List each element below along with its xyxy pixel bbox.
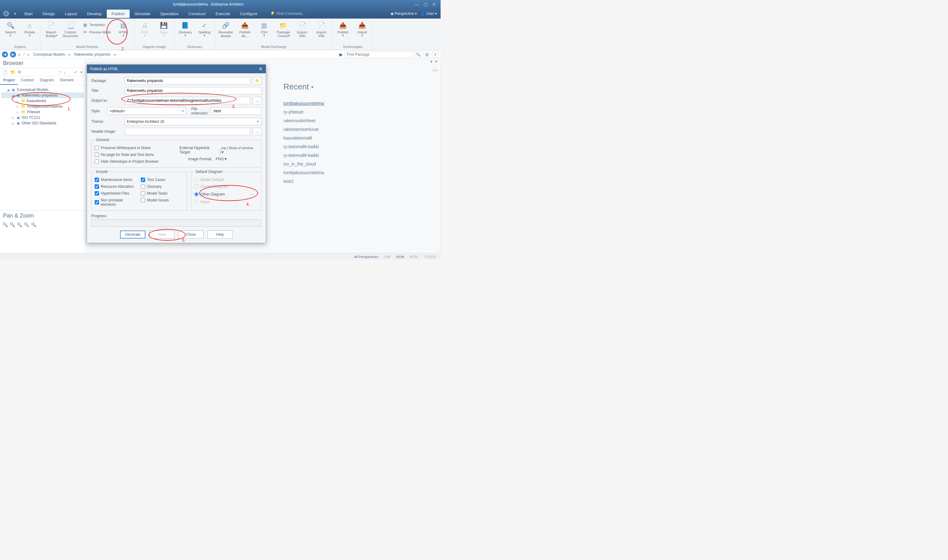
nav-forward-button[interactable]: ►: [10, 51, 16, 57]
browser-tab-context[interactable]: Context: [18, 76, 37, 85]
file-ext-field[interactable]: [211, 108, 262, 115]
menu-icon[interactable]: ≡: [80, 69, 83, 75]
templates-button[interactable]: ▦Templates: [81, 22, 113, 28]
zoom-out-icon[interactable]: 🔍: [9, 222, 15, 227]
recent-item[interactable]: ry-tietomallit-kaikki: [283, 151, 324, 160]
tab-configure[interactable]: Configure: [235, 9, 262, 18]
zoom-in-icon[interactable]: 🔍: [3, 222, 8, 227]
chk-nonprintable[interactable]: [95, 200, 99, 205]
chk-hyperlinked[interactable]: [95, 191, 99, 195]
browse-header-image-button[interactable]: ...: [253, 128, 262, 135]
preview-mode-button[interactable]: 👁Preview Mode: [81, 29, 113, 35]
chk-no-page-note[interactable]: [95, 152, 99, 157]
tree-node-other-iso[interactable]: ▷▣Other ISO Standards: [1, 120, 84, 126]
theme-dropdown[interactable]: Enterprise Architect 15▼: [125, 118, 262, 125]
tech-import-button[interactable]: 📥Import▼: [354, 20, 371, 37]
link-icon[interactable]: ⤢: [74, 69, 78, 75]
chk-testcases[interactable]: [141, 178, 145, 182]
zoom-reset-icon[interactable]: 🔍: [24, 222, 29, 227]
recent-item[interactable]: ry-yhteiset: [283, 108, 324, 116]
tree-node-kaavatiedot[interactable]: ▷📁Kaavatiedot: [1, 98, 84, 104]
find-command[interactable]: 💡 Find Command...: [270, 11, 305, 16]
chk-glossary[interactable]: [141, 185, 145, 189]
panel-close-icon[interactable]: ✕: [435, 59, 438, 64]
close-button[interactable]: Close: [178, 231, 203, 238]
recent-item[interactable]: testi2: [283, 177, 324, 186]
tech-publish-button[interactable]: 📤Publish▼: [334, 20, 352, 37]
glossary-button[interactable]: 📘Glossary▼: [177, 20, 194, 37]
recent-item[interactable]: tonttijakosuunnitelma: [283, 99, 324, 108]
menu-button[interactable]: ≡: [432, 51, 439, 57]
title-field[interactable]: [125, 87, 262, 94]
tree-node-iso-tc211[interactable]: ▷▣ISO TC211: [1, 115, 84, 120]
recent-item[interactable]: kaavatietomalli: [283, 134, 324, 142]
chk-modeltasks[interactable]: [141, 191, 145, 195]
dialog-title-bar[interactable]: Publish as HTML ✕: [87, 65, 266, 73]
save-image-button[interactable]: 💾Save▼: [155, 20, 172, 37]
tab-construct[interactable]: Construct: [183, 9, 211, 18]
new-icon[interactable]: 📄: [3, 69, 8, 75]
spelling-button[interactable]: ✓Spelling▼: [196, 20, 213, 37]
portals-button[interactable]: ⌂Portals▼: [21, 20, 38, 37]
recent-title[interactable]: Recent ▾: [283, 82, 324, 92]
browse-package-button[interactable]: 📁: [253, 77, 262, 85]
tab-layout[interactable]: Layout: [60, 9, 82, 18]
tab-develop[interactable]: Develop: [82, 9, 107, 18]
recent-item[interactable]: iso_in_the_cloud: [283, 160, 324, 168]
minimize-icon[interactable]: —: [415, 2, 419, 6]
chk-modelissues[interactable]: [141, 198, 145, 202]
app-logo-icon[interactable]: [2, 10, 11, 17]
tab-start[interactable]: Start: [19, 9, 37, 18]
breadcrumb-1[interactable]: Conceptual Models: [32, 52, 66, 57]
browse-output-button[interactable]: ...: [253, 97, 262, 104]
up-arrow-icon[interactable]: ↑: [59, 69, 61, 75]
tab-design[interactable]: Design: [37, 9, 60, 18]
csv-button[interactable]: ▥CSV▼: [255, 20, 273, 37]
help-button[interactable]: Help: [207, 231, 233, 238]
tree-node-tonttijako[interactable]: ▷📁Tonttijakosuunnitelma: [1, 104, 84, 109]
custom-doc-button[interactable]: 📃Custom Document: [62, 20, 79, 38]
play-icon[interactable]: ▶: [339, 52, 343, 57]
recent-item[interactable]: rakennuskohteet: [283, 116, 324, 125]
panel-dropdown-icon[interactable]: ▾: [430, 59, 432, 64]
html-button[interactable]: ▤HTML▼: [115, 20, 132, 37]
nav-back-button[interactable]: ◄: [2, 51, 8, 57]
tree-root[interactable]: ◢▣Conceptual Models: [1, 87, 84, 92]
recent-item[interactable]: tonttijakosuunnitelma: [283, 168, 324, 177]
output-field[interactable]: [125, 97, 250, 104]
radio-other-diagram[interactable]: [194, 192, 199, 197]
import-xml-button[interactable]: 📄Import-XML: [313, 20, 331, 38]
image-format-dropdown[interactable]: .PNG▼: [215, 157, 258, 161]
status-perspectives[interactable]: All Perspectives: [354, 255, 378, 258]
search-icon-button[interactable]: 🔍: [415, 51, 422, 57]
generate-button[interactable]: Generate: [120, 231, 145, 238]
publish-as-button[interactable]: 📤Publish As...: [236, 20, 254, 38]
chk-preserve-ws[interactable]: [95, 146, 99, 150]
chk-resource[interactable]: [95, 185, 99, 189]
chk-hide-stereotype[interactable]: [95, 159, 99, 164]
header-image-field[interactable]: [125, 128, 250, 135]
browser-tab-element[interactable]: Element: [57, 76, 77, 85]
recent-item[interactable]: ry-tietomallit-kaikki: [283, 142, 324, 151]
search-button[interactable]: 🔍Search▼: [2, 20, 19, 37]
chk-maintenance[interactable]: [95, 178, 99, 182]
tab-publish[interactable]: Publish: [107, 9, 130, 18]
tab-simulate[interactable]: Simulate: [130, 9, 155, 18]
maximize-icon[interactable]: ▢: [423, 2, 428, 6]
browser-tab-project[interactable]: Project: [0, 76, 18, 85]
browse-other-diagram-button[interactable]: ...: [251, 191, 258, 197]
user-menu[interactable]: 👤 User ▾: [420, 11, 437, 16]
breadcrumb-2[interactable]: Rakennettu ymparisto: [73, 52, 112, 57]
view-toggle-button[interactable]: ▥: [423, 51, 430, 57]
perspective-menu[interactable]: ◉ Perspective ▾: [391, 11, 417, 16]
zoom-fit-icon[interactable]: 🔍: [17, 222, 22, 227]
tree-icon[interactable]: ⧉: [18, 69, 21, 75]
down-arrow-icon[interactable]: ↓: [64, 69, 66, 75]
close-icon[interactable]: ✕: [432, 2, 436, 6]
tree-node-yhteiset[interactable]: ▷📁Yhteiset: [1, 109, 84, 115]
reusable-assets-button[interactable]: 🔗Reusable Assets: [217, 20, 234, 38]
folder-icon[interactable]: 📁: [10, 69, 15, 75]
find-package-input[interactable]: [345, 51, 413, 57]
tree-selected-node[interactable]: ◢▣Rakennettu ymparisto: [1, 92, 84, 98]
dialog-close-icon[interactable]: ✕: [259, 66, 263, 72]
